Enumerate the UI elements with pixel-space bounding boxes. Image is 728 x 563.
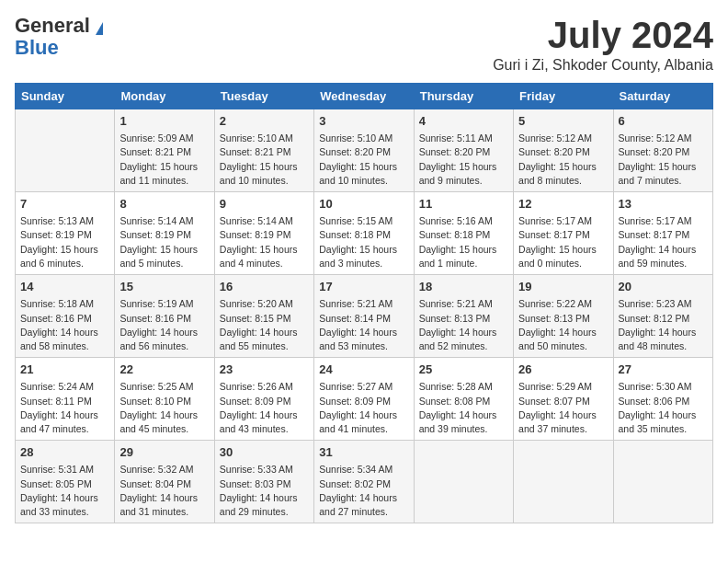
day-cell xyxy=(613,441,712,523)
day-info: Sunrise: 5:22 AMSunset: 8:13 PMDaylight:… xyxy=(518,297,608,353)
day-info: Sunrise: 5:30 AMSunset: 8:06 PMDaylight:… xyxy=(619,380,708,436)
day-info: Sunrise: 5:33 AMSunset: 8:03 PMDaylight:… xyxy=(220,463,309,519)
day-cell: 22Sunrise: 5:25 AMSunset: 8:10 PMDayligh… xyxy=(115,358,214,441)
day-info: Sunrise: 5:09 AMSunset: 8:21 PMDaylight:… xyxy=(119,132,209,188)
day-number: 2 xyxy=(220,113,309,130)
col-header-thursday: Thursday xyxy=(414,84,513,109)
day-number: 3 xyxy=(319,113,408,130)
day-cell: 25Sunrise: 5:28 AMSunset: 8:08 PMDayligh… xyxy=(414,358,513,441)
day-info: Sunrise: 5:14 AMSunset: 8:19 PMDaylight:… xyxy=(220,214,309,270)
day-cell: 12Sunrise: 5:17 AMSunset: 8:17 PMDayligh… xyxy=(514,192,613,275)
day-info: Sunrise: 5:10 AMSunset: 8:21 PMDaylight:… xyxy=(220,132,309,188)
page-header: General Blue July 2024 Guri i Zi, Shkode… xyxy=(15,15,713,74)
day-number: 29 xyxy=(119,444,209,461)
col-header-wednesday: Wednesday xyxy=(314,84,414,109)
day-number: 7 xyxy=(20,196,109,213)
day-number: 8 xyxy=(119,196,209,213)
day-info: Sunrise: 5:10 AMSunset: 8:20 PMDaylight:… xyxy=(319,132,408,188)
day-cell: 30Sunrise: 5:33 AMSunset: 8:03 PMDayligh… xyxy=(214,441,313,523)
day-cell: 19Sunrise: 5:22 AMSunset: 8:13 PMDayligh… xyxy=(514,275,613,358)
week-row-3: 14Sunrise: 5:18 AMSunset: 8:16 PMDayligh… xyxy=(16,275,713,358)
location-title: Guri i Zi, Shkoder County, Albania xyxy=(493,57,713,74)
day-number: 30 xyxy=(220,444,309,461)
day-info: Sunrise: 5:18 AMSunset: 8:16 PMDaylight:… xyxy=(20,297,109,353)
week-row-5: 28Sunrise: 5:31 AMSunset: 8:05 PMDayligh… xyxy=(16,441,713,523)
day-info: Sunrise: 5:13 AMSunset: 8:19 PMDaylight:… xyxy=(20,214,109,270)
col-header-sunday: Sunday xyxy=(16,84,115,109)
day-number: 22 xyxy=(119,362,209,378)
day-number: 18 xyxy=(419,279,508,295)
logo-general: General xyxy=(15,15,103,37)
day-cell: 14Sunrise: 5:18 AMSunset: 8:16 PMDayligh… xyxy=(16,275,115,358)
day-number: 5 xyxy=(518,113,608,130)
day-cell: 1Sunrise: 5:09 AMSunset: 8:21 PMDaylight… xyxy=(115,109,214,192)
day-info: Sunrise: 5:17 AMSunset: 8:17 PMDaylight:… xyxy=(619,214,708,270)
day-cell: 26Sunrise: 5:29 AMSunset: 8:07 PMDayligh… xyxy=(514,358,613,441)
day-info: Sunrise: 5:20 AMSunset: 8:15 PMDaylight:… xyxy=(220,297,309,353)
day-info: Sunrise: 5:28 AMSunset: 8:08 PMDaylight:… xyxy=(419,380,508,436)
day-cell: 2Sunrise: 5:10 AMSunset: 8:21 PMDaylight… xyxy=(214,109,313,192)
day-info: Sunrise: 5:23 AMSunset: 8:12 PMDaylight:… xyxy=(619,297,708,353)
day-info: Sunrise: 5:34 AMSunset: 8:02 PMDaylight:… xyxy=(319,463,408,519)
col-header-saturday: Saturday xyxy=(613,84,712,109)
col-header-friday: Friday xyxy=(514,84,613,109)
day-info: Sunrise: 5:25 AMSunset: 8:10 PMDaylight:… xyxy=(119,380,209,436)
day-cell: 28Sunrise: 5:31 AMSunset: 8:05 PMDayligh… xyxy=(16,441,115,523)
day-cell: 31Sunrise: 5:34 AMSunset: 8:02 PMDayligh… xyxy=(314,441,414,523)
day-cell xyxy=(514,441,613,523)
day-info: Sunrise: 5:24 AMSunset: 8:11 PMDaylight:… xyxy=(20,380,109,436)
day-number: 27 xyxy=(619,362,708,378)
day-number: 21 xyxy=(20,362,109,378)
day-number: 6 xyxy=(619,113,708,130)
day-info: Sunrise: 5:21 AMSunset: 8:13 PMDaylight:… xyxy=(419,297,508,353)
day-info: Sunrise: 5:32 AMSunset: 8:04 PMDaylight:… xyxy=(119,463,209,519)
day-number: 20 xyxy=(619,279,708,295)
day-cell: 20Sunrise: 5:23 AMSunset: 8:12 PMDayligh… xyxy=(613,275,712,358)
day-info: Sunrise: 5:29 AMSunset: 8:07 PMDaylight:… xyxy=(518,380,608,436)
day-info: Sunrise: 5:16 AMSunset: 8:18 PMDaylight:… xyxy=(419,214,508,270)
week-row-2: 7Sunrise: 5:13 AMSunset: 8:19 PMDaylight… xyxy=(16,192,713,275)
day-info: Sunrise: 5:14 AMSunset: 8:19 PMDaylight:… xyxy=(119,214,209,270)
day-cell: 11Sunrise: 5:16 AMSunset: 8:18 PMDayligh… xyxy=(414,192,513,275)
day-number: 19 xyxy=(518,279,608,295)
day-info: Sunrise: 5:12 AMSunset: 8:20 PMDaylight:… xyxy=(518,132,608,188)
day-cell xyxy=(16,109,115,192)
col-header-monday: Monday xyxy=(115,84,214,109)
day-info: Sunrise: 5:12 AMSunset: 8:20 PMDaylight:… xyxy=(619,132,708,188)
day-number: 1 xyxy=(119,113,209,130)
day-info: Sunrise: 5:21 AMSunset: 8:14 PMDaylight:… xyxy=(319,297,408,353)
day-number: 26 xyxy=(518,362,608,378)
day-number: 16 xyxy=(220,279,309,295)
day-info: Sunrise: 5:26 AMSunset: 8:09 PMDaylight:… xyxy=(220,380,309,436)
day-number: 31 xyxy=(319,444,408,461)
day-cell: 15Sunrise: 5:19 AMSunset: 8:16 PMDayligh… xyxy=(115,275,214,358)
day-number: 11 xyxy=(419,196,508,213)
col-header-tuesday: Tuesday xyxy=(214,84,313,109)
day-number: 24 xyxy=(319,362,408,378)
logo: General Blue xyxy=(15,15,103,59)
logo-blue: Blue xyxy=(15,37,103,59)
day-cell: 23Sunrise: 5:26 AMSunset: 8:09 PMDayligh… xyxy=(214,358,313,441)
day-info: Sunrise: 5:17 AMSunset: 8:17 PMDaylight:… xyxy=(518,214,608,270)
day-number: 10 xyxy=(319,196,408,213)
day-number: 14 xyxy=(20,279,109,295)
month-title: July 2024 xyxy=(493,15,713,55)
day-cell: 17Sunrise: 5:21 AMSunset: 8:14 PMDayligh… xyxy=(314,275,414,358)
calendar-table: SundayMondayTuesdayWednesdayThursdayFrid… xyxy=(15,83,713,523)
day-number: 4 xyxy=(419,113,508,130)
day-cell xyxy=(414,441,513,523)
week-row-4: 21Sunrise: 5:24 AMSunset: 8:11 PMDayligh… xyxy=(16,358,713,441)
day-cell: 10Sunrise: 5:15 AMSunset: 8:18 PMDayligh… xyxy=(314,192,414,275)
day-cell: 21Sunrise: 5:24 AMSunset: 8:11 PMDayligh… xyxy=(16,358,115,441)
title-section: July 2024 Guri i Zi, Shkoder County, Alb… xyxy=(493,15,713,74)
week-row-1: 1Sunrise: 5:09 AMSunset: 8:21 PMDaylight… xyxy=(16,109,713,192)
day-cell: 29Sunrise: 5:32 AMSunset: 8:04 PMDayligh… xyxy=(115,441,214,523)
day-cell: 6Sunrise: 5:12 AMSunset: 8:20 PMDaylight… xyxy=(613,109,712,192)
day-info: Sunrise: 5:15 AMSunset: 8:18 PMDaylight:… xyxy=(319,214,408,270)
day-number: 12 xyxy=(518,196,608,213)
day-cell: 8Sunrise: 5:14 AMSunset: 8:19 PMDaylight… xyxy=(115,192,214,275)
day-number: 28 xyxy=(20,444,109,461)
day-cell: 27Sunrise: 5:30 AMSunset: 8:06 PMDayligh… xyxy=(613,358,712,441)
day-cell: 16Sunrise: 5:20 AMSunset: 8:15 PMDayligh… xyxy=(214,275,313,358)
day-info: Sunrise: 5:27 AMSunset: 8:09 PMDaylight:… xyxy=(319,380,408,436)
